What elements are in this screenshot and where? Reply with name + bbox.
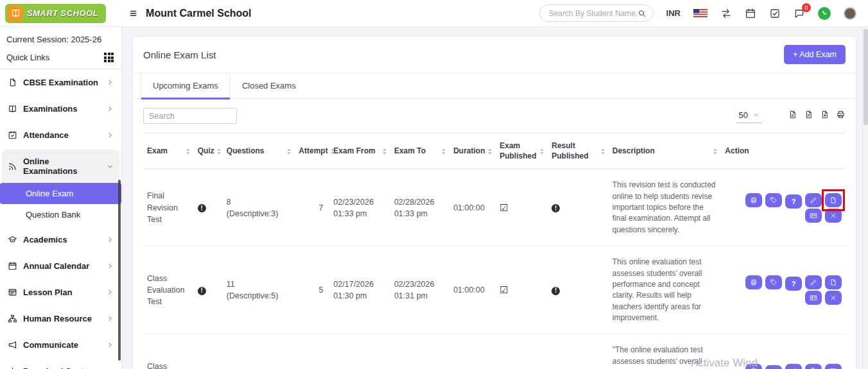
sidebar-subitem-online-exam[interactable]: Online Exam: [0, 183, 121, 204]
student-search-input[interactable]: [549, 9, 638, 18]
duration-cell: 01:00:00: [449, 334, 496, 369]
edit-action-button[interactable]: [805, 193, 822, 207]
sort-icon[interactable]: [713, 148, 717, 155]
sidebar-item-online-examinations[interactable]: Online Examinations: [2, 150, 119, 183]
question-action-button[interactable]: ?: [785, 194, 802, 209]
sidebar-item-label: Attendance: [23, 130, 101, 140]
question-action-button[interactable]: ?: [765, 365, 782, 369]
sidebar-item-label: CBSE Examination: [23, 78, 101, 87]
menu-icon[interactable]: ≡: [130, 7, 137, 19]
question-action-button[interactable]: ?: [785, 277, 802, 291]
rss-icon: [8, 162, 17, 171]
id-card-action-button[interactable]: [805, 291, 822, 305]
sidebar-item-lesson-plan[interactable]: Lesson Plan: [0, 279, 121, 305]
sidebar-item-examinations[interactable]: Examinations: [0, 96, 121, 122]
chevron-right-icon: [107, 315, 114, 322]
tasks-icon[interactable]: [769, 8, 781, 19]
sidebar-subitem-question-bank[interactable]: Question Bank: [0, 204, 121, 225]
export-excel-button[interactable]: [788, 110, 797, 119]
sidebar-item-label: Annual Calendar: [23, 261, 101, 271]
table-tools: 50: [736, 109, 846, 123]
sidebar-item-human-resource[interactable]: Human Resource: [0, 305, 121, 332]
page-title: Online Exam List: [143, 49, 216, 60]
table-search-input[interactable]: [143, 108, 237, 124]
page-size-select[interactable]: 50: [736, 109, 762, 123]
sort-icon[interactable]: [601, 148, 605, 155]
sidebar-item-attendance[interactable]: Attendance: [0, 122, 121, 148]
chevron-down-icon: [753, 112, 759, 118]
print-action-button[interactable]: [745, 193, 762, 207]
student-search[interactable]: [539, 4, 654, 22]
tag-action-button[interactable]: [765, 193, 782, 207]
id-card-action-button[interactable]: [805, 209, 822, 223]
exam-from-cell: 02/23/202601:33 pm: [329, 169, 390, 246]
table-header-row: ExamQuizQuestionsAttemptExam FromExam To…: [143, 133, 846, 169]
column-header-questions[interactable]: Questions: [223, 133, 295, 169]
sidebar-item-download-center[interactable]: Download Center: [0, 358, 121, 369]
whatsapp-icon[interactable]: [818, 7, 831, 20]
column-header-exam-to[interactable]: Exam To: [390, 133, 449, 169]
table-row: Class Evaluation Test!11(Descriptive:5)5…: [143, 246, 846, 334]
topbar-actions: INR 0: [539, 4, 868, 22]
exam-from-cell: 02/14/202601:30 pm: [329, 334, 390, 369]
sort-icon[interactable]: [488, 148, 492, 155]
edit-action-button[interactable]: [785, 364, 802, 369]
file-action-button[interactable]: [825, 275, 842, 289]
print-action-button[interactable]: [745, 275, 762, 289]
exam-from-cell: 02/17/202601:30 pm: [329, 246, 390, 334]
column-header-exam-published[interactable]: Exam Published: [496, 133, 548, 169]
column-header-exam[interactable]: Exam: [143, 133, 194, 169]
id-card-action-button[interactable]: [825, 364, 842, 369]
tab-upcoming-exams[interactable]: Upcoming Exams: [141, 73, 230, 98]
column-header-duration[interactable]: Duration: [449, 133, 496, 169]
edit-action-button[interactable]: [805, 275, 822, 289]
activate-windows-watermark: Activate Wind: [691, 357, 758, 369]
page-scrollbar[interactable]: [862, 28, 868, 369]
avatar[interactable]: [844, 7, 856, 20]
sidebar-item-communicate[interactable]: Communicate: [0, 332, 121, 358]
currency-label[interactable]: INR: [666, 8, 681, 18]
sort-icon[interactable]: [383, 148, 386, 155]
swap-icon[interactable]: [720, 8, 732, 19]
calendar-icon[interactable]: [745, 8, 756, 19]
tag-action-button[interactable]: [765, 275, 782, 289]
add-exam-button[interactable]: + Add Exam: [784, 45, 846, 64]
sidebar-scrollbar[interactable]: [118, 180, 121, 361]
table-row: Final Revision Test!8(Descriptive:3)702/…: [143, 169, 846, 246]
column-header-attempt[interactable]: Attempt: [295, 133, 329, 169]
description-cell: This revision test is conducted online t…: [609, 169, 722, 246]
close-action-button[interactable]: [825, 209, 842, 223]
column-header-result-published[interactable]: Result Published: [548, 133, 609, 169]
main-content: Online Exam List + Add Exam Upcoming Exa…: [122, 27, 868, 369]
sidebar-item-academics[interactable]: Academics: [0, 227, 121, 253]
sidebar-submenu: Online ExamQuestion Bank: [0, 183, 121, 225]
close-action-button[interactable]: [825, 291, 842, 305]
column-header-quiz[interactable]: Quiz: [194, 133, 223, 169]
app-logo[interactable]: SMART SCHOOL: [5, 4, 106, 23]
column-header-exam-from[interactable]: Exam From: [329, 133, 390, 169]
sort-icon[interactable]: [217, 148, 221, 155]
file-action-button[interactable]: [825, 193, 842, 207]
export-csv-button[interactable]: [804, 110, 813, 119]
sidebar-item-annual-calendar[interactable]: Annual Calendar: [0, 253, 121, 279]
messages-icon[interactable]: 0: [794, 8, 805, 19]
search-icon[interactable]: [638, 9, 647, 18]
us-flag-icon[interactable]: [693, 9, 707, 17]
sort-icon[interactable]: [186, 148, 190, 155]
column-header-description[interactable]: Description: [609, 133, 722, 169]
quick-links-label: Quick Links: [6, 53, 49, 62]
exam-table: ExamQuizQuestionsAttemptExam FromExam To…: [143, 133, 846, 369]
sort-icon[interactable]: [540, 148, 544, 155]
grid-icon[interactable]: [104, 53, 114, 62]
sidebar-item-cbse-examination[interactable]: CBSE Examination: [0, 69, 121, 96]
sort-icon[interactable]: [442, 148, 446, 155]
quick-links[interactable]: Quick Links: [0, 50, 121, 69]
file-action-button[interactable]: [805, 364, 822, 369]
highlighted-action: [825, 193, 842, 207]
export-pdf-button[interactable]: [820, 110, 829, 119]
sort-icon[interactable]: [287, 148, 291, 155]
duration-cell: 01:00:00: [449, 169, 496, 246]
chevron-right-icon: [107, 341, 114, 348]
tab-closed-exams[interactable]: Closed Exams: [230, 73, 308, 98]
print-button[interactable]: [836, 110, 846, 119]
